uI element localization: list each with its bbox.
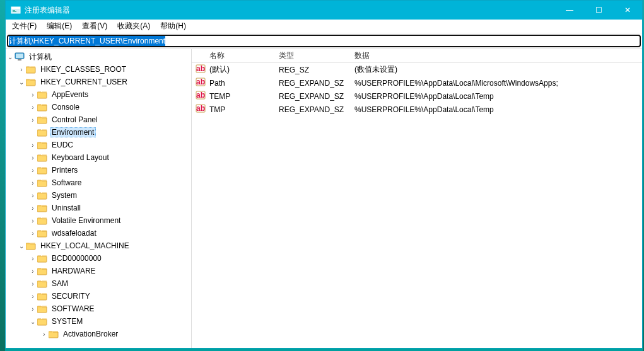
string-value-icon: ab	[196, 64, 206, 74]
svg-rect-5	[16, 54, 23, 58]
tree-node-environment[interactable]: ▸Environment	[6, 126, 191, 139]
svg-text:ab: ab	[196, 64, 205, 73]
tree-node-label: HKEY_LOCAL_MACHINE	[38, 241, 131, 251]
expand-toggle[interactable]: ›	[28, 192, 37, 199]
expand-toggle[interactable]: ›	[28, 255, 37, 262]
svg-rect-3	[13, 11, 16, 12]
col-name[interactable]: 名称	[206, 50, 275, 61]
tree-node-eudc[interactable]: ›EUDC	[6, 139, 191, 151]
svg-rect-6	[18, 59, 21, 60]
tree-node-label: HARDWARE	[50, 266, 98, 276]
tree-node-label: Keyboard Layout	[50, 152, 111, 163]
expand-toggle[interactable]: ›	[28, 91, 37, 98]
tree-node-label: Environment	[50, 127, 96, 137]
value-row[interactable]: abPathREG_EXPAND_SZ%USERPROFILE%\AppData…	[192, 76, 642, 89]
expand-toggle[interactable]: ⌄	[6, 54, 15, 60]
tree-node-hardware[interactable]: ›HARDWARE	[6, 265, 191, 277]
expand-toggle[interactable]: ›	[28, 167, 37, 174]
menu-edit[interactable]: 编辑(E)	[42, 20, 77, 33]
tree-node-printers[interactable]: ›Printers	[6, 164, 191, 176]
folder-icon	[37, 279, 47, 288]
tree-node-wdsafeloadat[interactable]: ›wdsafeloadat	[6, 227, 191, 239]
tree-node-activationbroker[interactable]: ›ActivationBroker	[6, 328, 191, 340]
value-row[interactable]: abTMPREG_EXPAND_SZ%USERPROFILE%\AppData\…	[192, 103, 642, 116]
expand-toggle[interactable]: ⌄	[17, 79, 26, 86]
tree-node-sam[interactable]: ›SAM	[6, 277, 191, 290]
tree-node-label: Volatile Environment	[50, 216, 122, 226]
tree-node-label: ActivationBroker	[61, 329, 120, 339]
folder-icon	[37, 254, 47, 263]
folder-icon	[37, 178, 47, 187]
maximize-button[interactable]: ☐	[584, 1, 613, 20]
values-list[interactable]: 名称 类型 数据 ab(默认)REG_SZ(数值未设置)abPathREG_EX…	[192, 49, 642, 348]
folder-icon	[37, 153, 47, 162]
expand-toggle[interactable]: ›	[28, 217, 37, 224]
folder-icon	[37, 317, 47, 326]
expand-toggle[interactable]: ›	[28, 306, 37, 313]
tree-node-label: 计算机	[27, 51, 54, 63]
tree-node-system[interactable]: ›System	[6, 189, 191, 202]
col-data[interactable]: 数据	[351, 50, 642, 61]
col-type[interactable]: 类型	[275, 50, 351, 61]
expand-toggle[interactable]: ›	[28, 154, 37, 161]
expand-toggle[interactable]: ›	[28, 180, 37, 187]
tree-node-hkcu[interactable]: ⌄HKEY_CURRENT_USER	[6, 76, 191, 88]
minimize-button[interactable]: —	[555, 1, 584, 20]
expand-toggle[interactable]: ›	[28, 205, 37, 212]
expand-toggle[interactable]: ›	[17, 66, 26, 73]
tree-node-uninstall[interactable]: ›Uninstall	[6, 202, 191, 214]
folder-icon	[37, 141, 47, 149]
folder-icon	[37, 216, 47, 225]
expand-toggle[interactable]: ›	[28, 293, 37, 300]
menu-view[interactable]: 查看(V)	[77, 20, 112, 33]
list-header[interactable]: 名称 类型 数据	[192, 49, 642, 63]
folder-icon	[49, 330, 59, 338]
expand-toggle[interactable]: ›	[28, 104, 37, 111]
address-input[interactable]	[7, 35, 641, 47]
value-row[interactable]: ab(默认)REG_SZ(数值未设置)	[192, 63, 642, 76]
tree-node-control-panel[interactable]: ›Control Panel	[6, 113, 191, 126]
folder-icon	[37, 90, 47, 99]
content-area: ⌄计算机›HKEY_CLASSES_ROOT⌄HKEY_CURRENT_USER…	[6, 49, 642, 348]
tree-node-label: wdsafeloadat	[50, 228, 98, 238]
tree-node-bcd00000000[interactable]: ›BCD00000000	[6, 252, 191, 265]
value-data: (数值未设置)	[351, 64, 642, 75]
folder-icon	[37, 166, 47, 175]
svg-rect-2	[13, 10, 15, 11]
value-type: REG_SZ	[275, 66, 351, 74]
tree-view[interactable]: ⌄计算机›HKEY_CLASSES_ROOT⌄HKEY_CURRENT_USER…	[6, 49, 192, 348]
tree-node-security[interactable]: ›SECURITY	[6, 290, 191, 302]
expand-toggle[interactable]: ›	[28, 268, 37, 275]
tree-node-console[interactable]: ›Console	[6, 101, 191, 113]
tree-node-hklm[interactable]: ⌄HKEY_LOCAL_MACHINE	[6, 239, 191, 252]
string-value-icon: ab	[196, 103, 206, 113]
folder-icon	[37, 204, 47, 212]
menu-favorites[interactable]: 收藏夹(A)	[112, 20, 155, 33]
value-data: %USERPROFILE%\AppData\Local\Temp	[351, 92, 642, 101]
tree-node-label: Control Panel	[50, 115, 100, 125]
expand-toggle[interactable]: ›	[40, 331, 49, 338]
expand-toggle[interactable]: ›	[28, 230, 37, 237]
folder-icon	[37, 191, 47, 200]
close-button[interactable]: ✕	[613, 1, 642, 20]
expand-toggle[interactable]: ⌄	[28, 318, 37, 325]
tree-node-label: HKEY_CURRENT_USER	[38, 77, 129, 87]
expand-toggle[interactable]: ›	[28, 280, 37, 287]
tree-node-software[interactable]: ›Software	[6, 176, 191, 189]
titlebar[interactable]: 注册表编辑器 — ☐ ✕	[6, 1, 642, 20]
tree-node-volatile-environment[interactable]: ›Volatile Environment	[6, 214, 191, 227]
value-row[interactable]: abTEMPREG_EXPAND_SZ%USERPROFILE%\AppData…	[192, 89, 642, 103]
expand-toggle[interactable]: ⌄	[17, 243, 26, 250]
tree-node-keyboard-layout[interactable]: ›Keyboard Layout	[6, 151, 191, 164]
tree-root[interactable]: ⌄计算机	[6, 50, 191, 63]
expand-toggle[interactable]: ›	[28, 142, 37, 149]
menu-help[interactable]: 帮助(H)	[155, 20, 191, 33]
tree-node-hkcr[interactable]: ›HKEY_CLASSES_ROOT	[6, 63, 191, 76]
value-name: TMP	[206, 105, 275, 114]
tree-node-appevents[interactable]: ›AppEvents	[6, 88, 191, 101]
tree-node-software[interactable]: ›SOFTWARE	[6, 302, 191, 315]
tree-node-label: System	[50, 190, 79, 200]
menu-file[interactable]: 文件(F)	[7, 20, 42, 33]
expand-toggle[interactable]: ›	[28, 117, 37, 124]
tree-node-system[interactable]: ⌄SYSTEM	[6, 315, 191, 328]
